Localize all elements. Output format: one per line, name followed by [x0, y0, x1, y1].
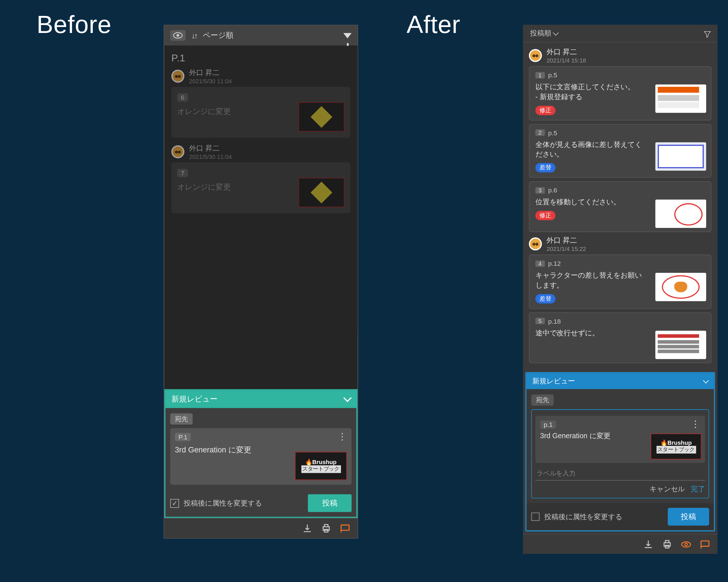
comment-icon[interactable] [700, 539, 710, 549]
svg-point-10 [685, 543, 687, 545]
change-attr-checkbox[interactable] [531, 512, 540, 521]
compose-header[interactable]: 新規レビュー [165, 390, 356, 408]
compose-thumbnail: 🔥Brushup スタートブック [295, 452, 347, 480]
filter-icon[interactable] [343, 33, 352, 38]
comment-card[interactable]: 6 オレンジに変更 [172, 87, 350, 138]
avatar [172, 145, 185, 158]
compose-container: 新規レビュー 宛先 p.1 ⋮ 3rd Generation に変更 🔥Brus… [525, 372, 715, 531]
comment-header: 外口 昇二2021/1/4 15:22 [529, 236, 711, 252]
chevron-down-icon [343, 394, 352, 402]
status-tag: 差替 [536, 163, 556, 172]
sort-label: 投稿順 [530, 28, 551, 38]
change-attr-label: 投稿後に属性を変更する [544, 512, 663, 522]
post-button[interactable]: 投稿 [668, 508, 709, 525]
before-bottombar [164, 518, 358, 538]
print-icon[interactable] [321, 523, 331, 533]
compose-inner: p.1 ⋮ 3rd Generation に変更 🔥Brushup スタートブッ… [531, 409, 709, 498]
to-field[interactable]: 宛先 [170, 414, 192, 424]
compose-thumbnail: 🔥Brushup スタートブック [651, 433, 702, 459]
comment-author: 外口 昇二 [189, 143, 232, 154]
more-icon[interactable]: ⋮ [338, 434, 347, 440]
avatar [529, 238, 542, 251]
done-button[interactable]: 完了 [691, 484, 705, 494]
comment-thumbnail [298, 177, 344, 207]
compose-card: p.1 ⋮ 3rd Generation に変更 🔥Brushup スタートブッ… [536, 416, 705, 463]
compose-title: 新規レビュー [172, 394, 217, 405]
comment-card[interactable]: 5p.18途中で改行せずに。 [529, 312, 711, 363]
page-ref: p.18 [548, 318, 561, 325]
after-bottombar [523, 534, 718, 554]
comment-card[interactable]: 4p.12キャラクターの差し替えをお願いします。差替 [529, 255, 711, 309]
comment-author: 外口 昇二 [547, 47, 586, 57]
more-icon[interactable]: ⋮ [691, 422, 700, 428]
comment-thumbnail [298, 102, 344, 132]
comment-header: 外口 昇二2021/1/4 15:18 [529, 47, 711, 64]
svg-point-1 [177, 34, 179, 37]
comment-number-badge: 7 [177, 169, 188, 177]
chevron-down-icon [703, 378, 709, 384]
comment-number-badge: 5 [536, 318, 545, 325]
comment-thumbnail [655, 142, 706, 170]
download-icon[interactable] [643, 539, 653, 549]
visibility-toggle[interactable] [170, 30, 185, 40]
comment-text: 以下に文言修正してください。- 新規登録する [536, 82, 648, 102]
panel-after: 投稿順 外口 昇二2021/1/4 15:181p.5以下に文言修正してください… [523, 25, 718, 554]
page-title: P.1 [172, 53, 350, 64]
to-field[interactable]: 宛先 [531, 394, 554, 406]
comment-thumbnail [655, 84, 706, 113]
sort-dropdown[interactable]: 投稿順 [530, 28, 558, 38]
change-attr-checkbox[interactable] [170, 499, 179, 507]
compose-header[interactable]: 新規レビュー [526, 373, 714, 389]
print-icon[interactable] [662, 539, 672, 549]
comment-header: 外口 昇二 2021/5/30 11:04 [172, 143, 350, 160]
comment-text: キャラクターの差し替えをお願いします。 [536, 271, 648, 290]
svg-rect-5 [341, 525, 349, 530]
comment-thumbnail [655, 331, 706, 359]
before-topbar: ↓↑ ページ順 [164, 25, 358, 46]
page-ref: p.5 [548, 129, 557, 136]
compose-card: P.1 ⋮ 3rd Generation に変更 🔥Brushup スタートブッ… [170, 428, 352, 485]
post-button[interactable]: 投稿 [308, 494, 352, 512]
svg-rect-7 [666, 540, 669, 543]
download-icon[interactable] [302, 523, 313, 533]
status-tag: 差替 [536, 294, 556, 303]
comment-card[interactable]: 3p.6位置を移動してください。修正 [529, 181, 711, 232]
comment-text: 位置を移動してください。 [536, 197, 648, 207]
comment-timestamp: 2021/1/4 15:22 [547, 246, 586, 252]
panel-before: ↓↑ ページ順 P.1 外口 昇二 2021/5/30 11:04 6 オレンジ… [164, 25, 358, 538]
heading-before: Before [37, 10, 111, 39]
comment-timestamp: 2021/5/30 11:04 [189, 78, 232, 84]
page-badge: p.1 [540, 421, 556, 429]
after-topbar: 投稿順 [523, 25, 718, 43]
comment-number-badge: 1 [536, 72, 545, 78]
comment-text: 途中で改行せずに。 [536, 328, 648, 338]
compose-container: 新規レビュー 宛先 P.1 ⋮ 3rd Generation に変更 🔥Brus… [164, 389, 358, 518]
comment-timestamp: 2021/1/4 15:18 [547, 57, 586, 64]
comment-author: 外口 昇二 [547, 236, 586, 246]
change-attr-label: 投稿後に属性を変更する [184, 498, 303, 508]
comment-number-badge: 6 [177, 93, 188, 102]
sort-icon: ↓↑ [191, 31, 197, 40]
visibility-icon[interactable] [681, 539, 691, 549]
sort-label[interactable]: ページ順 [203, 30, 233, 40]
heading-after: After [407, 10, 461, 39]
comment-card[interactable]: 7 オレンジに変更 [172, 162, 350, 213]
svg-rect-3 [324, 524, 328, 527]
svg-point-9 [682, 542, 691, 547]
avatar [529, 49, 542, 62]
comment-thumbnail [655, 273, 706, 301]
cancel-button[interactable]: キャンセル [650, 484, 685, 494]
comment-icon[interactable] [340, 523, 350, 533]
page-badge: P.1 [175, 433, 191, 441]
comment-card[interactable]: 2p.5全体が見える画像に差し替えてください。差替 [529, 124, 711, 178]
filter-icon[interactable] [703, 30, 710, 37]
label-input[interactable]: ラベルを入力 [536, 467, 705, 481]
comment-text: 全体が見える画像に差し替えてください。 [536, 140, 648, 160]
comment-card[interactable]: 1p.5以下に文言修正してください。- 新規登録する修正 [529, 66, 711, 120]
page-ref: p.12 [548, 260, 561, 267]
compose-title: 新規レビュー [532, 376, 575, 386]
comment-number-badge: 3 [536, 187, 545, 194]
comment-timestamp: 2021/5/30 11:04 [189, 154, 232, 160]
avatar [172, 70, 185, 83]
page-ref: p.6 [548, 187, 557, 194]
